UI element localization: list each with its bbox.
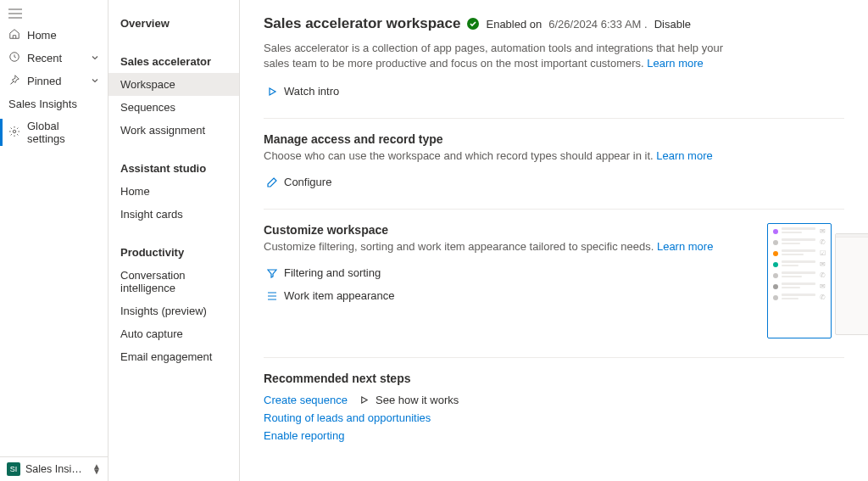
- see-how-it-works-button[interactable]: See how it works: [359, 394, 459, 406]
- enable-reporting-link[interactable]: Enable reporting: [264, 429, 844, 442]
- manage-access-learn-more-link[interactable]: Learn more: [656, 149, 712, 162]
- section-customize: Customize workspace Customize filtering,…: [264, 209, 844, 342]
- customize-desc: Customize filtering, sorting and work it…: [264, 240, 713, 253]
- configure-label: Configure: [284, 176, 331, 188]
- switcher-updown-icon: ▲▼: [92, 464, 101, 474]
- customize-title: Customize workspace: [264, 223, 713, 237]
- subnav-conversation-intelligence[interactable]: Conversation intelligence: [108, 264, 239, 299]
- subnav-insights-preview[interactable]: Insights (preview): [108, 299, 239, 322]
- pin-icon: [8, 74, 20, 88]
- filtering-sorting-button[interactable]: Filtering and sorting: [264, 261, 384, 284]
- rail-global-settings[interactable]: Global settings: [0, 115, 108, 149]
- play-icon: [359, 395, 369, 405]
- rail-recent-label: Recent: [27, 52, 62, 64]
- enabled-check-icon: [467, 18, 479, 30]
- next-steps-title: Recommended next steps: [264, 372, 844, 385]
- gear-icon: [8, 126, 20, 140]
- app-badge: SI: [7, 462, 20, 476]
- filtering-label: Filtering and sorting: [284, 266, 381, 279]
- section-next-steps: Recommended next steps Create sequence S…: [264, 357, 844, 442]
- rail-global-settings-label: Global settings: [27, 120, 99, 145]
- subnav-group-productivity: Productivity: [108, 238, 239, 264]
- subnav-overview[interactable]: Overview: [108, 8, 239, 35]
- filter-icon: [267, 268, 277, 278]
- create-sequence-link[interactable]: Create sequence: [264, 394, 348, 406]
- subnav-insight-cards[interactable]: Insight cards: [108, 203, 239, 226]
- main-content: Sales accelerator workspace Enabled on 6…: [240, 0, 868, 481]
- rail-home-label: Home: [27, 29, 57, 42]
- customize-desc-text: Customize filtering, sorting and work it…: [264, 240, 654, 253]
- see-how-label: See how it works: [376, 394, 459, 406]
- clock-icon: [8, 51, 20, 65]
- rail-pinned-label: Pinned: [27, 75, 61, 87]
- disable-button[interactable]: Disable: [654, 18, 691, 31]
- rail-app-switcher[interactable]: SI Sales Insights sett… ▲▼: [0, 456, 108, 481]
- subnav-email-engagement[interactable]: Email engagement: [108, 345, 239, 368]
- section-manage-access: Manage access and record type Choose who…: [264, 118, 844, 193]
- edit-icon: [267, 177, 277, 187]
- rail-section-sales-insights: Sales Insights: [0, 92, 108, 115]
- app-switcher-label: Sales Insights sett…: [25, 463, 87, 475]
- rail-recent[interactable]: Recent: [0, 47, 108, 70]
- subnav-work-assignment[interactable]: Work assignment: [108, 119, 239, 142]
- appearance-label: Work item appearance: [284, 289, 395, 302]
- subnav-workspace[interactable]: Workspace: [108, 73, 239, 96]
- intro-text: Sales accelerator is a collection of app…: [264, 41, 738, 71]
- work-item-appearance-button[interactable]: Work item appearance: [264, 284, 398, 307]
- list-icon: [267, 291, 277, 301]
- customize-illustration: Email Email ✉ ✆ ☑ ✉: [733, 223, 868, 342]
- chevron-down-icon: [91, 52, 99, 64]
- hamburger-button[interactable]: [0, 3, 108, 24]
- watch-intro-button[interactable]: Watch intro: [264, 80, 342, 103]
- left-rail: Home Recent Pinned Sales In: [0, 0, 108, 481]
- hamburger-icon: [8, 8, 22, 19]
- subnav: Overview Sales accelerator Workspace Seq…: [108, 0, 240, 481]
- manage-access-desc: Choose who can use the workspace and whi…: [264, 149, 844, 162]
- customize-learn-more-link[interactable]: Learn more: [657, 240, 713, 253]
- manage-access-desc-text: Choose who can use the workspace and whi…: [264, 149, 654, 162]
- subnav-assistant-home[interactable]: Home: [108, 180, 239, 203]
- routing-link[interactable]: Routing of leads and opportunities: [264, 411, 844, 424]
- play-icon: [267, 87, 277, 97]
- svg-point-1: [13, 130, 16, 133]
- status-label: Enabled on: [486, 18, 542, 31]
- home-icon: [8, 28, 20, 42]
- subnav-group-sales-accelerator: Sales accelerator: [108, 47, 239, 73]
- subnav-group-assistant-studio: Assistant studio: [108, 154, 239, 180]
- rail-home[interactable]: Home: [0, 24, 108, 47]
- subnav-sequences[interactable]: Sequences: [108, 96, 239, 119]
- intro-learn-more-link[interactable]: Learn more: [647, 57, 703, 70]
- manage-access-title: Manage access and record type: [264, 132, 844, 146]
- rail-pinned[interactable]: Pinned: [0, 70, 108, 92]
- page-title: Sales accelerator workspace: [264, 15, 460, 32]
- chevron-down-icon: [91, 75, 99, 87]
- subnav-auto-capture[interactable]: Auto capture: [108, 322, 239, 345]
- status-date: 6/26/2024 6:33 AM .: [548, 18, 647, 31]
- watch-intro-label: Watch intro: [284, 85, 339, 98]
- configure-button[interactable]: Configure: [264, 171, 335, 193]
